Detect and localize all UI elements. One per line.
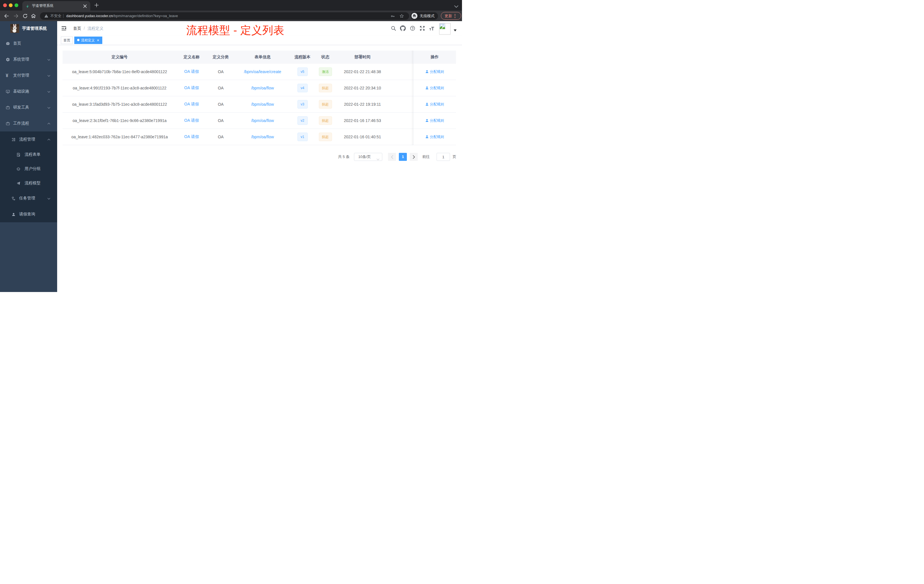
cell-definition-name: OA 请假 <box>177 96 206 112</box>
assign-rule-button[interactable]: 分配规则 <box>425 119 444 122</box>
chevron-up-icon <box>47 138 51 141</box>
form-icon <box>16 153 21 157</box>
forward-icon[interactable] <box>13 13 19 19</box>
assign-rule-button[interactable]: 分配规则 <box>425 86 444 90</box>
definition-table: 定义编号 定义名称 定义分类 表单信息 流程版本 状态 部署时间 操作 <box>63 51 456 145</box>
page-size-value: 10条/页 <box>358 155 371 159</box>
cell-deploy-time: 2022-01-16 17:46:53 <box>336 112 389 129</box>
sidebar-item-process-model[interactable]: 流程模型 <box>0 176 57 190</box>
address-bar[interactable]: 不安全 dashboard.yudao.iocoder.cn/bpm/manag… <box>40 12 409 20</box>
github-icon[interactable] <box>400 25 406 31</box>
assign-rule-label: 分配规则 <box>430 70 444 74</box>
cell-spacer <box>389 129 413 145</box>
password-key-icon[interactable] <box>391 14 395 18</box>
col-actions: 操作 <box>413 51 456 64</box>
sidebar-item-process-form[interactable]: 流程表单 <box>0 147 57 162</box>
incognito-badge[interactable]: 无痕模式 <box>411 12 438 20</box>
definition-name-link[interactable]: OA 请假 <box>184 69 199 74</box>
sidebar-item-devtools[interactable]: 研发工具 <box>0 99 57 115</box>
form-info-link[interactable]: /bpm/oa/flow <box>251 102 274 107</box>
form-info-link[interactable]: /bpm/oa/flow <box>251 86 274 90</box>
breadcrumb: 首页/流程定义 <box>73 21 104 35</box>
url-path: /bpm/manager/definition?key=oa_leave <box>113 14 178 18</box>
assign-rule-button[interactable]: 分配规则 <box>425 102 444 106</box>
cell-form-info: /bpm/oa/flow <box>235 80 290 96</box>
col-deploy-time: 部署时间 <box>336 51 389 64</box>
breadcrumb-home[interactable]: 首页 <box>73 26 81 31</box>
sidebar-item-home[interactable]: 首页 <box>0 35 57 51</box>
sidebar-item-workflow[interactable]: 工作流程 <box>0 115 57 132</box>
new-tab-button[interactable] <box>94 3 99 8</box>
cell-category: OA <box>206 96 235 112</box>
status-badge[interactable]: 激活 <box>319 68 332 76</box>
browser-menu-kebab-icon[interactable] <box>455 14 455 18</box>
status-badge[interactable]: 挂起 <box>319 100 332 109</box>
sidebar-item-system[interactable]: 系统管理 <box>0 51 57 68</box>
tab-strip-chevron-icon[interactable] <box>454 4 458 7</box>
traffic-light-close[interactable] <box>3 3 7 7</box>
update-button[interactable]: 更新 <box>441 12 461 20</box>
cell-deploy-time: 2022-01-22 21:48:38 <box>336 64 389 80</box>
avatar[interactable] <box>439 23 450 35</box>
security-warning-icon[interactable] <box>44 14 48 18</box>
search-icon[interactable] <box>391 25 396 31</box>
page-size-select[interactable]: 10条/页 <box>354 153 382 161</box>
fullscreen-icon[interactable] <box>419 25 425 31</box>
current-page-button[interactable]: 1 <box>399 153 407 161</box>
annotation-title: 流程模型 - 定义列表 <box>186 23 284 38</box>
gear-icon <box>6 58 10 62</box>
cell-spacer <box>389 112 413 129</box>
sidebar-item-payment[interactable]: ¥ 支付管理 <box>0 68 57 83</box>
bookmark-star-icon[interactable] <box>399 14 404 18</box>
goto-label: 前往 <box>422 153 430 161</box>
reload-icon[interactable] <box>22 13 28 19</box>
prev-page-button[interactable] <box>388 153 396 161</box>
security-label[interactable]: 不安全 <box>50 12 61 20</box>
tag-close-icon[interactable]: ✕ <box>97 37 99 44</box>
status-badge[interactable]: 挂起 <box>319 116 332 125</box>
pagination: 共 5 条 10条/页 1 前往 <box>63 153 456 161</box>
home-icon[interactable] <box>31 13 36 19</box>
font-size-icon[interactable] <box>429 25 435 31</box>
address-url[interactable]: dashboard.yudao.iocoder.cn/bpm/manager/d… <box>66 12 178 20</box>
sidebar-item-leave-query[interactable]: 请假查询 <box>0 206 57 222</box>
help-icon[interactable] <box>410 25 416 31</box>
col-definition-name: 定义名称 <box>177 51 206 64</box>
back-icon[interactable] <box>4 13 10 19</box>
status-badge[interactable]: 挂起 <box>319 133 332 141</box>
avatar-caret-down-icon[interactable] <box>454 30 457 31</box>
assign-rule-label: 分配规则 <box>430 119 444 122</box>
sidebar-item-process-mgmt[interactable]: 流程管理 <box>0 132 57 147</box>
sidebar-logo[interactable]: 芋道管理系统 <box>0 21 57 35</box>
status-badge[interactable]: 挂起 <box>319 84 332 92</box>
cell-actions: 分配规则 <box>413 64 456 80</box>
sidebar-item-label: 流程管理 <box>19 137 35 142</box>
traffic-light-zoom[interactable] <box>15 3 18 7</box>
definition-name-link[interactable]: OA 请假 <box>184 134 199 139</box>
tab-close-icon[interactable] <box>83 4 87 8</box>
table-row: oa_leave:5:004b710b-7b8a-11ec-8ef0-acde4… <box>63 64 456 80</box>
sidebar-item-task-mgmt[interactable]: 任务管理 <box>0 190 57 206</box>
chevron-down-icon <box>47 58 51 61</box>
definition-name-link[interactable]: OA 请假 <box>184 118 199 122</box>
form-info-link[interactable]: /bpm/oa/leave/create <box>244 69 281 74</box>
sidebar-item-infra[interactable]: 基础设施 <box>0 83 57 99</box>
sidebar-item-label: 流程模型 <box>25 181 41 186</box>
sidebar-item-user-group[interactable]: 用户分组 <box>0 162 57 176</box>
form-info-link[interactable]: /bpm/oa/flow <box>251 135 274 139</box>
cell-status: 挂起 <box>315 112 336 129</box>
assign-rule-button[interactable]: 分配规则 <box>425 135 444 139</box>
goto-page-input[interactable] <box>437 153 450 161</box>
definition-name-link[interactable]: OA 请假 <box>184 102 199 106</box>
tag-process-definition[interactable]: 流程定义✕ <box>74 36 102 44</box>
sidebar-collapse-icon[interactable] <box>61 26 66 31</box>
table-header-row: 定义编号 定义名称 定义分类 表单信息 流程版本 状态 部署时间 操作 <box>63 51 456 64</box>
form-info-link[interactable]: /bpm/oa/flow <box>251 118 274 123</box>
traffic-light-minimize[interactable] <box>9 3 13 7</box>
browser-tab[interactable]: 芋道管理系统 <box>22 1 90 11</box>
next-page-button[interactable] <box>410 153 418 161</box>
definition-name-link[interactable]: OA 请假 <box>184 86 199 90</box>
assign-rule-button[interactable]: 分配规则 <box>425 70 444 74</box>
tab-strip: 芋道管理系统 <box>0 0 462 11</box>
tag-home[interactable]: 首页 <box>61 36 73 44</box>
